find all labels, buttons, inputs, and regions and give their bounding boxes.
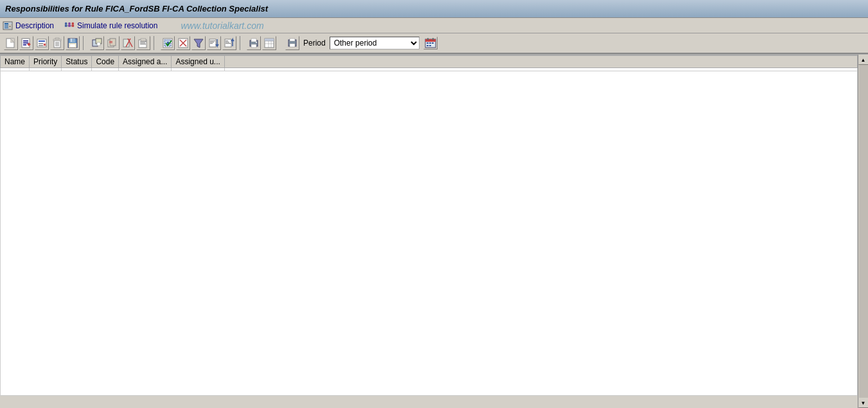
svg-rect-9 bbox=[65, 24, 67, 27]
vertical-scrollbar[interactable]: ▲ ▼ bbox=[858, 55, 868, 408]
btn-save[interactable] bbox=[66, 36, 80, 50]
svg-rect-32 bbox=[55, 38, 59, 39]
table-body bbox=[1, 68, 858, 71]
separator-1 bbox=[83, 36, 87, 50]
menu-description[interactable]: Description bbox=[3, 21, 54, 30]
btn-toolbar-15[interactable] bbox=[247, 36, 261, 50]
col-header-name: Name bbox=[1, 55, 30, 68]
svg-point-12 bbox=[72, 22, 75, 24]
svg-rect-64 bbox=[210, 40, 215, 41]
svg-rect-68 bbox=[226, 40, 228, 41]
svg-rect-92 bbox=[429, 45, 431, 46]
svg-rect-53 bbox=[140, 41, 146, 42]
svg-rect-73 bbox=[251, 44, 256, 48]
watermark-text: www.tutorialkart.com bbox=[181, 21, 263, 31]
svg-rect-40 bbox=[70, 44, 75, 47]
svg-rect-65 bbox=[210, 42, 214, 42]
svg-rect-19 bbox=[23, 40, 28, 42]
table-row[interactable] bbox=[1, 68, 858, 71]
btn-delete[interactable] bbox=[50, 36, 64, 50]
scroll-up-btn[interactable]: ▲ bbox=[858, 55, 869, 65]
svg-rect-69 bbox=[226, 42, 229, 42]
svg-rect-26 bbox=[39, 45, 43, 46]
svg-rect-83 bbox=[290, 44, 295, 47]
menu-simulate-label: Simulate rule resolution bbox=[77, 21, 157, 30]
description-icon bbox=[3, 21, 13, 30]
title-text: Responsibilities for Rule FICA_FordSB FI… bbox=[5, 4, 268, 13]
svg-rect-13 bbox=[72, 24, 75, 27]
scroll-track bbox=[859, 65, 868, 398]
separator-2 bbox=[154, 36, 157, 50]
col-header-status: Status bbox=[62, 55, 92, 68]
svg-rect-87 bbox=[432, 38, 434, 40]
svg-rect-11 bbox=[68, 24, 71, 27]
btn-toolbar-11[interactable] bbox=[176, 36, 190, 50]
svg-rect-55 bbox=[140, 44, 146, 44]
svg-rect-66 bbox=[210, 43, 213, 44]
period-label: Period bbox=[303, 39, 326, 48]
btn-period-calendar[interactable] bbox=[423, 37, 438, 49]
svg-rect-45 bbox=[110, 39, 116, 46]
svg-rect-54 bbox=[140, 42, 145, 43]
btn-toolbar-6[interactable] bbox=[90, 36, 104, 50]
btn-toolbar-9[interactable] bbox=[136, 36, 150, 50]
svg-rect-43 bbox=[97, 42, 100, 46]
svg-rect-88 bbox=[427, 42, 429, 44]
btn-edit[interactable] bbox=[19, 36, 33, 50]
svg-rect-20 bbox=[23, 42, 28, 44]
svg-rect-46 bbox=[109, 41, 112, 42]
btn-print-period[interactable] bbox=[285, 36, 299, 50]
col-header-assigned-a: Assigned a... bbox=[119, 55, 172, 68]
title-bar: Responsibilities for Rule FICA_FordSB FI… bbox=[0, 0, 868, 18]
col-header-priority: Priority bbox=[30, 55, 62, 68]
svg-rect-6 bbox=[9, 26, 11, 26]
svg-rect-72 bbox=[251, 39, 256, 42]
btn-toolbar-16[interactable] bbox=[262, 36, 276, 50]
svg-rect-4 bbox=[4, 28, 8, 28]
svg-rect-1 bbox=[4, 23, 8, 24]
svg-rect-52 bbox=[141, 39, 146, 41]
svg-marker-62 bbox=[194, 39, 203, 48]
period-section: Period Other period Current period Last … bbox=[285, 36, 438, 50]
svg-rect-76 bbox=[265, 39, 274, 41]
svg-rect-5 bbox=[8, 24, 12, 28]
svg-rect-70 bbox=[226, 43, 231, 44]
simulate-icon bbox=[64, 21, 75, 30]
period-select[interactable]: Other period Current period Last period … bbox=[330, 37, 420, 49]
svg-rect-89 bbox=[429, 42, 431, 44]
svg-point-10 bbox=[68, 22, 71, 24]
btn-toolbar-12[interactable] bbox=[191, 36, 206, 50]
svg-rect-24 bbox=[39, 40, 45, 42]
svg-rect-47 bbox=[109, 42, 112, 43]
svg-point-74 bbox=[256, 42, 257, 43]
btn-toolbar-14[interactable] bbox=[222, 36, 236, 50]
menu-bar: Description Simulate rule resolution www… bbox=[0, 18, 868, 33]
btn-toolbar-7[interactable] bbox=[105, 36, 120, 50]
svg-point-8 bbox=[65, 22, 67, 24]
btn-toolbar-13[interactable] bbox=[207, 36, 221, 50]
svg-rect-85 bbox=[425, 39, 436, 42]
col-header-code: Code bbox=[92, 55, 119, 68]
svg-rect-7 bbox=[9, 26, 11, 27]
btn-toolbar-10[interactable] bbox=[161, 36, 175, 50]
scroll-down-btn[interactable]: ▼ bbox=[858, 398, 869, 408]
separator-3 bbox=[240, 36, 244, 50]
svg-rect-25 bbox=[39, 43, 43, 44]
svg-rect-30 bbox=[53, 39, 61, 41]
empty-area bbox=[0, 71, 858, 396]
svg-rect-91 bbox=[427, 45, 429, 46]
svg-rect-86 bbox=[427, 38, 429, 40]
svg-rect-21 bbox=[23, 44, 26, 46]
btn-new[interactable] bbox=[4, 36, 18, 50]
col-header-assigned-u: Assigned u... bbox=[172, 55, 224, 68]
toolbar: Period Other period Current period Last … bbox=[0, 33, 868, 54]
menu-description-label: Description bbox=[15, 21, 54, 30]
btn-toolbar-8[interactable] bbox=[121, 36, 135, 50]
col-header-rest bbox=[224, 55, 857, 68]
svg-rect-82 bbox=[290, 39, 295, 41]
menu-simulate[interactable]: Simulate rule resolution bbox=[64, 21, 157, 30]
btn-select[interactable] bbox=[35, 36, 49, 50]
table-wrapper: Name Priority Status Code Assigned a... bbox=[0, 55, 858, 408]
svg-rect-90 bbox=[432, 42, 434, 44]
svg-rect-38 bbox=[71, 39, 72, 42]
